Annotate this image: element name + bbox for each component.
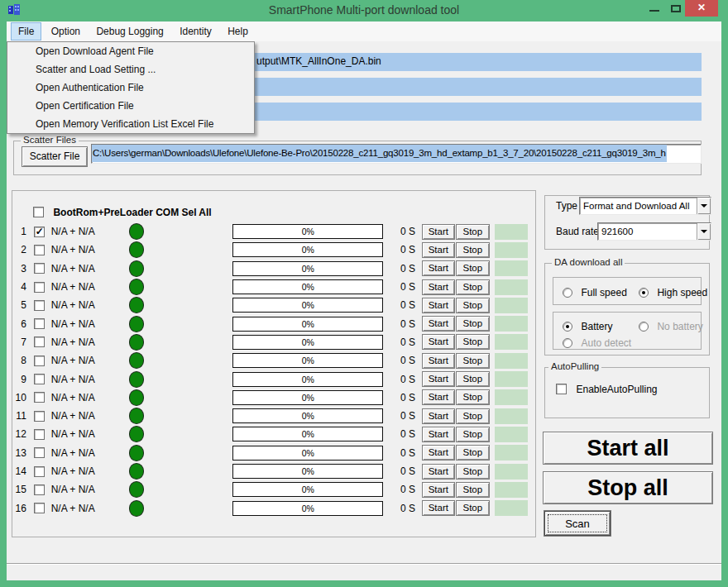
client-area: File Option Debug Logging Identity Help …: [7, 21, 721, 580]
port-checkbox[interactable]: [34, 356, 45, 366]
stop-button[interactable]: Stop: [456, 353, 489, 369]
start-button[interactable]: Start: [422, 408, 455, 424]
start-button[interactable]: Start: [422, 224, 455, 240]
port-checkbox[interactable]: [34, 447, 45, 458]
file-menu-item[interactable]: Open Memory Verification List Excel File: [7, 115, 254, 133]
file-menu-item[interactable]: Scatter and Load Setting ...: [7, 60, 254, 79]
scatter-path-field[interactable]: C:\Users\german\Downloads\Ulefone\Ulefon…: [91, 144, 702, 164]
menu-identity[interactable]: Identity: [173, 22, 218, 41]
menu-file[interactable]: File: [11, 22, 41, 41]
baud-rate-label: Baud rate: [556, 226, 599, 237]
stop-button[interactable]: Stop: [456, 260, 489, 276]
port-checkbox[interactable]: [34, 282, 45, 293]
chevron-down-icon[interactable]: [697, 198, 711, 214]
port-checkbox[interactable]: [34, 318, 45, 329]
stop-button[interactable]: Stop: [456, 389, 489, 405]
port-checkbox[interactable]: [34, 466, 45, 477]
full-speed-label: Full speed: [581, 287, 626, 298]
stop-all-button[interactable]: Stop all: [543, 471, 713, 504]
port-row: 3 N/A + N/A 0% 0 S Start Stop: [15, 260, 528, 278]
stop-button[interactable]: Stop: [456, 334, 489, 350]
port-checkbox[interactable]: [34, 503, 45, 513]
menu-option[interactable]: Option: [45, 22, 87, 41]
port-checkbox[interactable]: [34, 336, 45, 347]
port-checkbox[interactable]: [34, 374, 45, 384]
enable-autopulling-checkbox[interactable]: [556, 384, 567, 394]
port-row: 10 N/A + N/A 0% 0 S Start Stop: [15, 389, 528, 407]
battery-option[interactable]: Battery: [563, 318, 612, 333]
port-checkbox[interactable]: [34, 484, 45, 495]
stop-button[interactable]: Stop: [456, 316, 489, 332]
status-led-icon: [129, 260, 145, 277]
elapsed-time: 0 S: [400, 263, 422, 274]
progress-bar: 0%: [232, 501, 383, 516]
start-all-button[interactable]: Start all: [543, 432, 713, 465]
scatter-files-group-label: Scatter Files: [21, 135, 79, 145]
port-checkbox[interactable]: [34, 245, 45, 255]
result-cell: [495, 408, 528, 424]
status-bar: [7, 563, 721, 580]
stop-button[interactable]: Stop: [456, 224, 489, 240]
title-bar[interactable]: SmartPhone Multi-port download tool ✕: [0, 0, 728, 21]
select-all-checkbox[interactable]: [33, 207, 44, 217]
stop-button[interactable]: Stop: [456, 371, 489, 387]
port-checkbox[interactable]: [34, 263, 45, 274]
battery-radio[interactable]: [563, 322, 572, 332]
baud-rate-combobox[interactable]: 921600: [597, 222, 711, 241]
high-speed-option[interactable]: High speed: [639, 284, 707, 299]
stop-button[interactable]: Stop: [456, 427, 489, 442]
start-button[interactable]: Start: [422, 445, 455, 461]
port-row: 9 N/A + N/A 0% 0 S Start Stop: [15, 370, 528, 388]
start-button[interactable]: Start: [422, 389, 455, 405]
port-row: 11 N/A + N/A 0% 0 S Start Stop: [15, 407, 528, 425]
port-checkbox[interactable]: [34, 392, 45, 403]
result-cell: [495, 298, 528, 313]
full-speed-radio[interactable]: [563, 288, 572, 298]
port-checkbox[interactable]: [34, 429, 45, 440]
start-button[interactable]: Start: [422, 482, 455, 498]
port-checkbox[interactable]: [34, 411, 45, 422]
port-com-label: N/A + N/A: [51, 410, 108, 422]
scatter-file-button[interactable]: Scatter File: [22, 146, 88, 167]
start-button[interactable]: Start: [422, 371, 455, 387]
full-speed-option[interactable]: Full speed: [563, 284, 627, 299]
port-checkbox[interactable]: [34, 227, 45, 237]
progress-bar: 0%: [232, 372, 383, 387]
close-button[interactable]: ✕: [685, 0, 718, 17]
file-menu-item[interactable]: Open Download Agent File: [7, 42, 254, 60]
stop-button[interactable]: Stop: [456, 242, 489, 258]
start-button[interactable]: Start: [422, 316, 455, 332]
type-combobox[interactable]: Format and Download All: [579, 197, 711, 215]
stop-button[interactable]: Stop: [456, 482, 489, 498]
start-button[interactable]: Start: [422, 242, 455, 258]
stop-button[interactable]: Stop: [456, 279, 489, 295]
scan-button[interactable]: Scan: [544, 511, 611, 536]
start-button[interactable]: Start: [422, 260, 455, 276]
start-button[interactable]: Start: [422, 298, 455, 313]
file-menu-item[interactable]: Open Certification File: [7, 97, 254, 115]
port-com-label: N/A + N/A: [51, 318, 108, 330]
stop-button[interactable]: Stop: [456, 500, 489, 516]
file-menu-item[interactable]: Open Authentication File: [7, 79, 254, 97]
start-button[interactable]: Start: [422, 279, 455, 295]
port-checkbox[interactable]: [34, 300, 45, 311]
start-button[interactable]: Start: [422, 500, 455, 516]
start-button[interactable]: Start: [422, 464, 455, 480]
start-button[interactable]: Start: [422, 334, 455, 350]
stop-button[interactable]: Stop: [456, 408, 489, 424]
port-number: 2: [15, 244, 26, 255]
high-speed-radio[interactable]: [639, 288, 649, 298]
maximize-button[interactable]: [665, 0, 687, 17]
menu-help[interactable]: Help: [221, 22, 255, 41]
menu-debug-logging[interactable]: Debug Logging: [89, 22, 170, 41]
chevron-down-icon[interactable]: [697, 223, 711, 240]
app-window: SmartPhone Multi-port download tool ✕ Fi…: [0, 0, 728, 587]
select-all-row: BootRom+PreLoader COM Sel All: [33, 204, 212, 219]
minimize-button[interactable]: [644, 0, 665, 17]
start-button[interactable]: Start: [422, 427, 455, 442]
stop-button[interactable]: Stop: [456, 464, 489, 480]
start-button[interactable]: Start: [422, 353, 455, 369]
result-cell: [495, 334, 528, 350]
stop-button[interactable]: Stop: [456, 445, 489, 461]
stop-button[interactable]: Stop: [456, 298, 489, 313]
